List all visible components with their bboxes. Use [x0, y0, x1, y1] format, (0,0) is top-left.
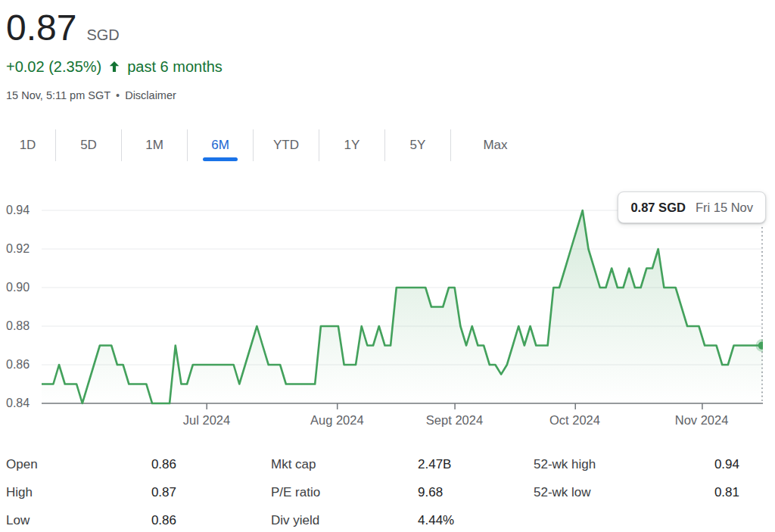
stat-label: P/E ratio — [271, 485, 418, 500]
change-amount: +0.02 (2.35%) — [6, 58, 101, 76]
tab-max[interactable]: Max — [450, 129, 540, 161]
tab-5y[interactable]: 5Y — [384, 129, 450, 161]
stat-label: Open — [6, 457, 38, 472]
tab-label: Max — [483, 138, 507, 152]
tab-label: 1M — [145, 138, 163, 152]
stat-row-52wk-high: 52-wk high 0.94 — [534, 450, 739, 478]
price-chart[interactable]: 0.940.920.900.880.860.84 Jul 2024Aug 202… — [0, 185, 775, 443]
stat-value: 0.81 — [714, 485, 739, 500]
x-axis-label: Aug 2024 — [310, 412, 364, 428]
stat-value: 0.87 — [151, 485, 176, 500]
quote-header: 0.87 SGD +0.02 (2.35%) past 6 months 15 … — [0, 9, 775, 102]
y-axis-label: 0.92 — [6, 241, 30, 257]
stat-row-low: Low 0.86 — [6, 506, 176, 532]
tab-ytd[interactable]: YTD — [253, 129, 319, 161]
chart-tooltip: 0.87 SGD Fri 15 Nov — [618, 191, 766, 223]
stat-row-mkt-cap: Mkt cap 2.47B — [271, 450, 500, 478]
tab-label: YTD — [273, 138, 299, 152]
tab-label: 1Y — [344, 138, 360, 152]
y-axis-label: 0.90 — [6, 280, 30, 295]
stat-value: 0.86 — [151, 513, 176, 528]
tab-1d[interactable]: 1D — [0, 129, 55, 161]
quote-timestamp: 15 Nov, 5:11 pm SGT — [6, 89, 110, 101]
area-fill — [42, 210, 763, 403]
stat-value: 0.86 — [151, 457, 176, 472]
stat-value: 4.44% — [418, 513, 500, 528]
stats-column-fundamentals: Mkt cap 2.47B P/E ratio 9.68 Div yield 4… — [271, 450, 500, 532]
quote-meta-row: 15 Nov, 5:11 pm SGT•Disclaimer — [6, 89, 769, 102]
stat-row-high: High 0.87 — [6, 478, 176, 506]
x-axis-label: Oct 2024 — [549, 412, 600, 428]
tab-label: 5D — [80, 138, 97, 152]
up-arrow-icon — [107, 59, 122, 74]
y-axis-label: 0.88 — [6, 319, 30, 334]
stat-row-52wk-low: 52-wk low 0.81 — [534, 478, 739, 506]
current-price: 0.87 — [6, 9, 76, 47]
stat-label: 52-wk high — [534, 457, 596, 472]
tooltip-date: Fri 15 Nov — [696, 200, 753, 215]
tab-label: 1D — [20, 138, 36, 152]
tab-1m[interactable]: 1M — [121, 129, 187, 161]
stats-column-52wk: 52-wk high 0.94 52-wk low 0.81 — [534, 450, 739, 532]
tab-5d[interactable]: 5D — [55, 129, 121, 161]
stat-label: High — [6, 485, 33, 500]
stat-row-open: Open 0.86 — [6, 450, 176, 478]
stat-label: 52-wk low — [534, 485, 591, 500]
y-axis-label: 0.84 — [6, 396, 30, 411]
stat-value: 2.47B — [418, 457, 500, 472]
y-axis-label: 0.94 — [6, 203, 30, 218]
y-axis-label: 0.86 — [6, 357, 30, 372]
tooltip-price: 0.87 SGD — [630, 200, 685, 215]
tab-6m[interactable]: 6M — [187, 129, 253, 161]
stat-row-pe-ratio: P/E ratio 9.68 — [271, 478, 500, 506]
currency-code: SGD — [86, 26, 119, 44]
tab-label: 5Y — [410, 138, 426, 152]
key-stats: Open 0.86 High 0.87 Low 0.86 Mkt cap 2.4… — [0, 450, 775, 532]
x-axis-label: Sept 2024 — [426, 412, 483, 428]
stat-row-div-yield: Div yield 4.44% — [271, 506, 500, 532]
time-range-tabs: 1D 5D 1M 6M YTD 1Y 5Y Max — [0, 128, 775, 163]
x-axis-label: Jul 2024 — [183, 412, 230, 428]
disclaimer-link[interactable]: Disclaimer — [125, 89, 176, 101]
selected-tab-underline — [203, 157, 238, 161]
separator-dot: • — [116, 89, 120, 101]
stat-value: 9.68 — [418, 485, 500, 500]
price-change-row: +0.02 (2.35%) past 6 months — [6, 58, 769, 76]
stat-value: 0.94 — [714, 457, 739, 472]
stats-column-price: Open 0.86 High 0.87 Low 0.86 — [6, 450, 176, 532]
tab-1y[interactable]: 1Y — [319, 129, 384, 161]
x-axis-label: Nov 2024 — [675, 412, 729, 428]
plot-area[interactable] — [42, 205, 763, 415]
stat-label: Div yield — [271, 513, 418, 528]
tab-label: 6M — [211, 138, 229, 152]
price-chart-svg — [42, 205, 763, 415]
price-row: 0.87 SGD — [6, 9, 769, 47]
change-period: past 6 months — [127, 58, 223, 76]
stat-label: Mkt cap — [271, 457, 418, 472]
stock-quote-panel: 0.87 SGD +0.02 (2.35%) past 6 months 15 … — [0, 0, 775, 532]
stat-label: Low — [6, 513, 30, 528]
